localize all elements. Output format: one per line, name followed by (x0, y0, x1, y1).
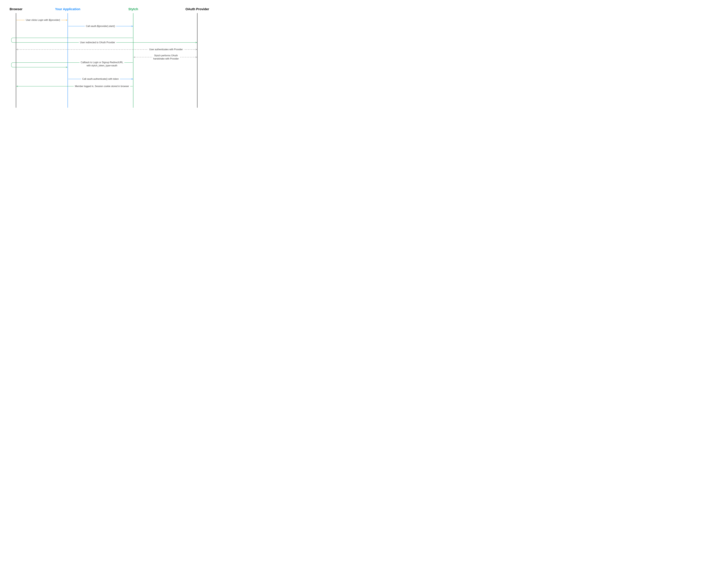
label-m8: Member logged in, Session cookie stored … (74, 85, 130, 88)
label-m1: User clicks Login with ${provider} (25, 19, 61, 21)
label-m4: User authenticates with Provider (148, 48, 184, 51)
lifeline-stytch (133, 13, 133, 108)
label-m6: Callback to Login or Signup RedirectURL … (79, 61, 124, 67)
sequence-diagram-svg (0, 0, 215, 111)
participant-browser: Browser (10, 7, 22, 11)
participant-stytch: Stytch (128, 7, 138, 11)
lifeline-provider (197, 13, 197, 108)
label-m7: Call oauth.authenticate() with token (81, 78, 120, 80)
participant-provider: OAuth Provider (185, 7, 209, 11)
label-m3: User redirected to OAuth Provider (79, 41, 116, 44)
label-m5: Stytch performs OAuth handshake with Pro… (152, 54, 180, 60)
label-m2: Call oauth.${provider}.start() (85, 25, 116, 28)
participant-app: Your Application (55, 7, 80, 11)
lifeline-app (68, 13, 68, 108)
